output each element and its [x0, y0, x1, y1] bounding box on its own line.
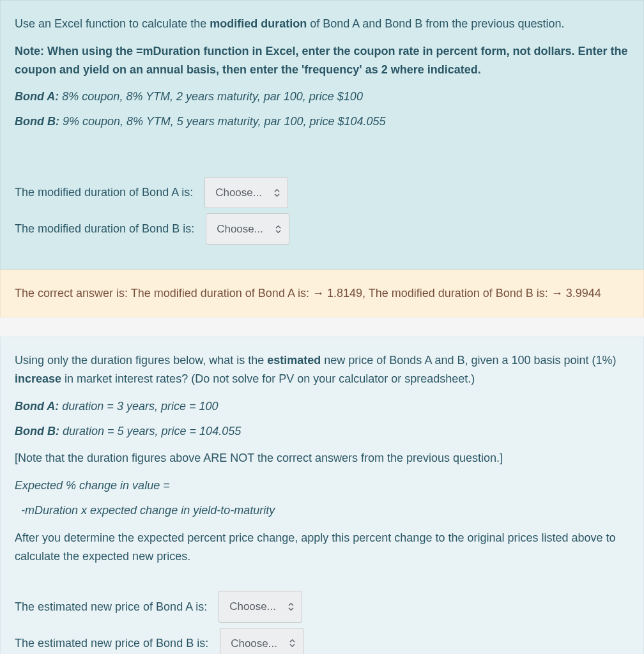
q1-bond-b-text: Bond B: 9% coupon, 8% YTM, 5 years matur… — [15, 112, 629, 131]
chevron-sort-icon — [275, 225, 281, 233]
chevron-sort-icon — [289, 639, 295, 648]
q2-row-b-label: The estimated new price of Bond B is: — [15, 634, 208, 653]
question-2-block: Using only the duration figures below, w… — [0, 337, 644, 654]
text-fragment-bold: estimated — [267, 354, 321, 367]
q2-bond-a-text: Bond A: duration = 3 years, price = 100 — [15, 397, 629, 416]
select-value: Choose... — [231, 635, 277, 652]
q2-answer-row-b: The estimated new price of Bond B is: Ch… — [15, 628, 629, 654]
q2-select-bond-b[interactable]: Choose... — [220, 628, 303, 654]
q2-formula-line-2: -mDuration x expected change in yield-to… — [15, 501, 629, 520]
text-fragment-bold: increase — [15, 372, 61, 385]
q1-row-b-label: The modified duration of Bond B is: — [15, 220, 194, 238]
chevron-sort-icon — [288, 602, 294, 611]
correct-answer-feedback: The correct answer is: The modified dura… — [0, 270, 644, 317]
q1-select-bond-b[interactable]: Choose... — [206, 213, 289, 245]
chevron-sort-icon — [274, 188, 280, 197]
q1-answer-row-b: The modified duration of Bond B is: Choo… — [15, 213, 629, 245]
bond-a-label: Bond A: — [15, 400, 59, 413]
q1-select-bond-a[interactable]: Choose... — [204, 177, 288, 208]
q2-select-bond-a[interactable]: Choose... — [218, 591, 302, 622]
q2-answer-row-a: The estimated new price of Bond A is: Ch… — [15, 591, 629, 622]
q1-bond-a-text: Bond A: 8% coupon, 8% YTM, 2 years matur… — [15, 87, 629, 106]
bond-b-detail: duration = 5 years, price = 104.055 — [59, 425, 241, 437]
q1-row-a-label: The modified duration of Bond A is: — [15, 183, 193, 202]
bond-a-detail: duration = 3 years, price = 100 — [59, 400, 218, 413]
text-fragment: new price of Bonds A and B, given a 100 … — [321, 354, 616, 367]
q2-row-a-label: The estimated new price of Bond A is: — [15, 598, 207, 616]
select-value: Choose... — [229, 598, 276, 615]
feedback-text: The correct answer is: The modified dura… — [15, 287, 601, 300]
q1-answer-row-a: The modified duration of Bond A is: Choo… — [15, 177, 629, 208]
q1-intro-text: Use an Excel function to calculate the m… — [15, 15, 629, 33]
q2-formula-line-1: Expected % change in value = — [15, 476, 629, 495]
select-value: Choose... — [215, 184, 262, 201]
text-fragment-bold: modified duration — [210, 17, 307, 30]
bond-a-label: Bond A: — [15, 90, 59, 103]
text-fragment: Use an Excel function to calculate the — [15, 17, 210, 30]
q2-after-text: After you determine the expected percent… — [15, 529, 629, 566]
q2-note-text: [Note that the duration figures above AR… — [15, 449, 629, 468]
bond-b-label: Bond B: — [15, 425, 59, 437]
select-value: Choose... — [217, 220, 263, 238]
question-1-block: Use an Excel function to calculate the m… — [0, 0, 644, 270]
bond-a-detail: 8% coupon, 8% YTM, 2 years maturity, par… — [59, 90, 363, 103]
text-fragment: Using only the duration figures below, w… — [15, 354, 267, 367]
q2-bond-b-text: Bond B: duration = 5 years, price = 104.… — [15, 422, 629, 441]
text-fragment: in market interest rates? (Do not solve … — [61, 372, 475, 385]
text-fragment: of Bond A and Bond B from the previous q… — [307, 17, 564, 30]
bond-b-label: Bond B: — [15, 115, 59, 128]
q2-intro-text: Using only the duration figures below, w… — [15, 351, 629, 388]
bond-b-detail: 9% coupon, 8% YTM, 5 years maturity, par… — [59, 115, 386, 128]
q1-note-text: Note: When using the =mDuration function… — [15, 42, 629, 79]
